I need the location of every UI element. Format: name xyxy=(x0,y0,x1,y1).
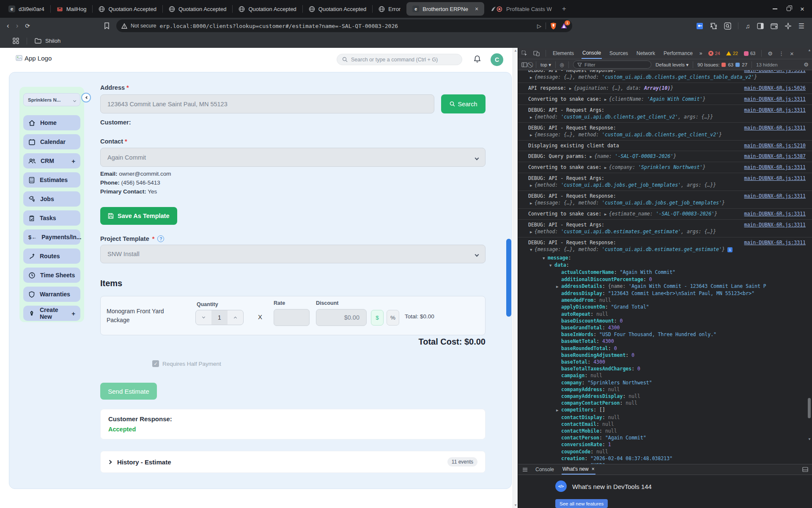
drawer-tab-close-icon[interactable]: × xyxy=(592,466,595,472)
user-avatar[interactable]: C xyxy=(491,53,503,66)
media-icon[interactable]: ♫ xyxy=(745,22,750,30)
tree-property[interactable]: ▶competitors: [] xyxy=(543,406,766,414)
sidebar-item-crm[interactable]: CRM+ xyxy=(23,153,80,168)
tree-property[interactable]: baseNetTotal: 4300 xyxy=(543,338,766,345)
send-estimate-button[interactable]: Send Estimate xyxy=(100,383,157,400)
apps-grid-icon[interactable] xyxy=(13,38,19,44)
browser-tab[interactable]: ed3i9ei0ar4 xyxy=(3,2,50,16)
quantity-decrease-button[interactable] xyxy=(196,310,211,325)
wallet-icon[interactable] xyxy=(771,23,778,29)
levels-dropdown[interactable]: Default levels ▾ xyxy=(656,62,689,68)
minimize-button[interactable] xyxy=(773,8,777,9)
tab-close-icon[interactable]: × xyxy=(475,6,478,12)
new-tab-button[interactable]: + xyxy=(558,2,571,16)
tree-property[interactable]: contactMobile: null xyxy=(543,428,766,434)
tree-property[interactable]: companyAddressDisplay: null xyxy=(543,393,766,400)
source-link[interactable]: main-DUBNX-6R.js:3311 xyxy=(744,175,806,182)
tree-property[interactable]: baseRoundingAdjustment: 0 xyxy=(543,352,766,359)
url-text[interactable]: erp.local:8000/clients?lookup=customer#/… xyxy=(160,23,398,29)
browser-tab[interactable]: Quotation Accepted xyxy=(93,2,162,16)
source-link[interactable]: main-DUBNX-6R.js:5026 xyxy=(744,85,806,91)
browser-tab[interactable]: eBrotherton ERPNe× xyxy=(406,2,484,16)
source-link[interactable]: main-DUBNX-6R.js:3311 xyxy=(744,221,806,228)
browser-tab[interactable]: Profitable Casts W xyxy=(484,2,558,16)
save-as-template-button[interactable]: Save As Template xyxy=(100,207,177,225)
console-entry[interactable]: DEBUG: Query params: ▶ {name: '-SAL-QT-0… xyxy=(518,151,812,162)
tree-property[interactable]: autoRepeat: null xyxy=(543,311,766,318)
devtools-tab-performance[interactable]: Performance xyxy=(663,48,694,58)
tree-property[interactable]: ▼data: xyxy=(543,262,766,269)
contact-select[interactable]: Again Commit xyxy=(100,148,486,167)
see-all-features-button[interactable]: See all new features xyxy=(555,499,608,508)
source-link[interactable]: main-DUBNX-6R.js:3311 xyxy=(744,124,806,131)
sidebar-item-payments-in[interactable]: $←Payments/In... xyxy=(23,229,80,245)
console-entry[interactable]: DEBUG: API - Request Response:▼ {message… xyxy=(518,237,812,464)
tree-property[interactable]: company: "Sprinklers Northwest" xyxy=(543,379,766,386)
devtools-tab-console[interactable]: Console xyxy=(582,48,602,59)
warning-count-badge[interactable]: 22 xyxy=(726,51,738,56)
context-selector[interactable]: top ▾ xyxy=(540,62,551,68)
forward-button[interactable]: › xyxy=(16,22,19,30)
more-tabs-chevron[interactable]: » xyxy=(700,50,702,56)
close-window-button[interactable]: × xyxy=(800,6,804,13)
tree-property[interactable]: conversionRate: 1 xyxy=(543,441,766,448)
issues-counter[interactable]: 90 Issues: 63 27 xyxy=(697,62,747,67)
eye-icon[interactable]: ◎ xyxy=(560,62,564,68)
address-input[interactable]: 123643 Commit Lane Saint Paul, MN 55123 xyxy=(100,94,434,113)
browser-tab[interactable]: Quotation Accepted xyxy=(233,2,302,16)
sidebar-item-calendar[interactable]: Calendar xyxy=(23,134,80,149)
tree-property[interactable]: couponCode: null xyxy=(543,448,766,455)
source-link[interactable]: main-DUBNX-6R.js:3311 xyxy=(744,164,806,171)
tree-property[interactable]: baseTotal: 4300 xyxy=(543,359,766,365)
tree-property[interactable]: additionalDiscountPercentage: 0 xyxy=(543,276,766,283)
console-entry[interactable]: DEBUG: API - Request Args:▶ {method: 'cu… xyxy=(518,173,812,191)
send-tab-icon[interactable]: ▷ xyxy=(537,23,541,29)
tree-property[interactable]: contactDisplay: null xyxy=(543,414,766,421)
page-scrollbar[interactable]: ▲ ▼ xyxy=(513,48,518,508)
restore-button[interactable] xyxy=(787,7,791,11)
source-link[interactable]: main-DUBNX-6R.js:3311 xyxy=(744,210,806,217)
search-tabs-icon[interactable] xyxy=(724,22,731,30)
tree-property[interactable]: creation: "2026-02-04 08:37:48.038213" xyxy=(543,455,766,462)
tree-property[interactable]: baseInWords: "USD Four Thousand, Three H… xyxy=(543,331,766,338)
drawer-tab-what-s-new[interactable]: What's new × xyxy=(562,464,595,475)
sidebar-item-routes[interactable]: Routes xyxy=(23,248,80,264)
half-payment-checkbox[interactable]: ✓ xyxy=(152,360,159,367)
console-entry[interactable]: Converting to snake case: ▶ {estimate_na… xyxy=(518,209,812,220)
devtools-tab-network[interactable]: Network xyxy=(636,48,656,58)
tree-property[interactable]: contactEmail: null xyxy=(543,421,766,428)
global-search-input[interactable]: Search or type a command (Ctrl + G) xyxy=(337,54,462,65)
source-link[interactable]: main-DUBNX-6R.js:3311 xyxy=(744,96,806,102)
source-link[interactable]: main-DUBNX-6R.js:5387 xyxy=(744,153,806,160)
tree-property[interactable]: baseRoundedTotal: 0 xyxy=(543,345,766,352)
history-accordion[interactable]: History - Estimate 11 events xyxy=(100,451,486,473)
console-entry[interactable]: DEBUG: API - Request Response:▶ {message… xyxy=(518,70,812,83)
issues-count-badge[interactable]: 63 xyxy=(744,51,755,56)
company-select[interactable]: Sprinklers N... xyxy=(23,93,80,106)
tree-property[interactable]: applyDiscountOn: "Grand Total" xyxy=(543,304,766,310)
discount-percent-toggle[interactable]: % xyxy=(387,310,399,326)
sidebar-item-estimates[interactable]: Estimates xyxy=(23,172,80,188)
tree-property[interactable]: ▶addressDetails: {name: 'Again With Comm… xyxy=(543,283,766,290)
bookmark-ribbon-icon[interactable] xyxy=(104,22,110,29)
sidebar-item-home[interactable]: Home xyxy=(23,115,80,130)
tree-property[interactable]: baseDiscountAmount: 0 xyxy=(543,318,766,324)
console-entry[interactable]: DEBUG: API - Request Response:▶ {message… xyxy=(518,123,812,141)
tree-property[interactable]: actualCustomerName: "Again With Commit" xyxy=(543,269,766,276)
drawer-tab-console[interactable]: Console xyxy=(535,465,555,474)
tree-property[interactable]: ▼message: xyxy=(543,254,766,262)
console-entry[interactable]: Displaying existing client datamain-DUBN… xyxy=(518,141,812,151)
source-link[interactable]: main-DUBNX-6R.js:3311 xyxy=(744,70,806,74)
discount-dollar-toggle[interactable]: $ xyxy=(371,310,384,326)
console-filter-input[interactable]: Filter xyxy=(573,61,651,69)
rewards-triangle-icon[interactable]: 1 xyxy=(561,23,567,29)
console-entry[interactable]: Converting to snake case: ▶ {company: 'S… xyxy=(518,162,812,173)
security-label[interactable]: Not secure xyxy=(131,23,156,29)
drawer-menu-icon[interactable] xyxy=(522,467,528,472)
devtools-settings-gear-icon[interactable]: ⚙ xyxy=(768,50,773,57)
source-link[interactable]: main-DUBNX-6R.js:3311 xyxy=(744,107,806,113)
menu-hamburger-icon[interactable]: ☰ xyxy=(798,22,804,30)
console-sidebar-icon[interactable] xyxy=(521,62,527,67)
browser-tab[interactable]: Quotation Accepted xyxy=(163,2,232,16)
tree-property[interactable]: baseGrandTotal: 4300 xyxy=(543,324,766,331)
